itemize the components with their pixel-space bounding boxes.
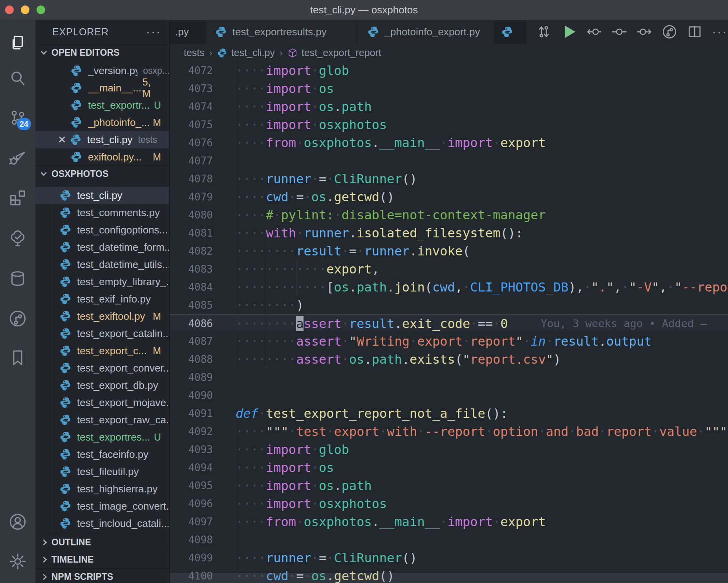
tree-item[interactable]: test_highsierra.py (35, 480, 170, 497)
tab-pinned-active[interactable] (494, 20, 526, 44)
breadcrumb-folder[interactable]: tests (184, 47, 205, 58)
code-line-4074[interactable]: 4074····import·os.path (170, 98, 728, 116)
code-line-4086[interactable]: 4086········assert·result.exit_code·==·0… (170, 314, 728, 332)
code-line-4098[interactable]: 4098 (170, 531, 728, 549)
tree-item[interactable]: test_configoptions.... (35, 221, 170, 239)
tree-item[interactable]: test_empty_library_... (35, 273, 170, 290)
split-editor-icon[interactable] (686, 24, 703, 40)
code-line-4089[interactable]: 4089 (170, 368, 728, 386)
code-line-4097[interactable]: 4097····from·osxphotos.__main__·import·e… (170, 513, 728, 531)
tab-partial[interactable]: .py (170, 20, 206, 44)
tree-item[interactable]: test_incloud_catali... (35, 515, 170, 532)
code-line-4081[interactable]: 4081····with·runner.isolated_filesystem(… (170, 224, 728, 242)
code-line-4093[interactable]: 4093····import·glob (170, 441, 728, 459)
tree-item[interactable]: test_datetime_utils.... (35, 256, 170, 273)
line-number: 4074 (170, 98, 213, 116)
search-icon[interactable] (7, 67, 29, 89)
tree-item[interactable]: test_comments.py (35, 204, 170, 221)
code-line-4084[interactable]: 4084············[os.path.join(cwd,·CLI_P… (170, 278, 728, 296)
code-line-4078[interactable]: 4078····runner·=·CliRunner() (170, 170, 728, 188)
open-editor-item[interactable]: test_exportr...U (35, 97, 170, 114)
python-icon (60, 224, 71, 236)
code-line-4085[interactable]: 4085········) (170, 296, 728, 314)
gitlens-circle-icon[interactable] (661, 24, 678, 40)
python-icon (60, 448, 71, 460)
section-npm-scripts[interactable]: NPM SCRIPTS (35, 568, 170, 583)
tree-item[interactable]: test_exif_info.py (35, 290, 170, 308)
explorer-more-actions-icon[interactable]: ··· (146, 25, 161, 38)
account-icon[interactable] (7, 511, 29, 533)
code-line-4072[interactable]: 4072····import·glob (170, 62, 728, 80)
code-editor[interactable]: 4072····import·glob4073····import·os4074… (170, 62, 728, 583)
breadcrumb-file[interactable]: test_cli.py (231, 47, 275, 58)
open-editor-item[interactable]: exiftool.py...M (35, 148, 170, 166)
more-actions-icon[interactable]: ··· (712, 24, 728, 40)
tree-item[interactable]: test_cli.py (35, 187, 170, 204)
code-line-4079[interactable]: 4079····cwd·=·os.getcwd() (170, 188, 728, 206)
breadcrumb-symbol[interactable]: test_export_report (302, 47, 381, 58)
section-osxphotos[interactable]: OSXPHOTOS (35, 165, 170, 182)
tree-item[interactable]: test_faceinfo.py (35, 446, 170, 463)
tree-item[interactable]: test_datetime_form... (35, 239, 170, 256)
database-icon[interactable] (7, 268, 29, 290)
source-control-icon[interactable]: 24 (7, 107, 29, 129)
close-window-button[interactable] (5, 5, 14, 14)
maximize-window-button[interactable] (37, 5, 45, 14)
tree-item[interactable]: test_exportres...U (35, 428, 170, 446)
tab-test_exportresults.py[interactable]: test_exportresults.py (206, 20, 358, 44)
tree-item[interactable]: test_export_conver... (35, 359, 170, 377)
compare-changes-icon[interactable] (536, 24, 552, 40)
section-outline[interactable]: OUTLINE (35, 534, 170, 551)
code-line-4099[interactable]: 4099····runner·=·CliRunner() (170, 549, 728, 567)
code-line-4088[interactable]: 4088········assert·os.path.exists("repor… (170, 350, 728, 368)
open-editor-item[interactable]: __main__....5, M (35, 79, 170, 97)
tree-item[interactable]: test_export_c...M (35, 342, 170, 359)
open-editor-item[interactable]: _photoinfo_...M (35, 114, 170, 131)
code-line-4082[interactable]: 4082········result·=·runner.invoke( (170, 242, 728, 260)
open-changes-icon[interactable] (611, 24, 627, 40)
run-debug-icon[interactable] (7, 146, 29, 168)
line-number: 4099 (170, 549, 213, 567)
next-change-icon[interactable] (636, 24, 653, 40)
open-editor-item[interactable]: ✕ test_cli.pytests (35, 131, 170, 148)
tree-item[interactable]: test_export_catalin... (35, 325, 170, 342)
code-line-4075[interactable]: 4075····import·osxphotos (170, 116, 728, 134)
files-icon[interactable] (7, 32, 29, 54)
tree-item[interactable]: test_fileutil.py (35, 463, 170, 480)
code-line-4073[interactable]: 4073····import·os (170, 80, 728, 98)
tree-item[interactable]: test_export_raw_ca... (35, 411, 170, 428)
section-timeline[interactable]: TIMELINE (35, 551, 170, 568)
code-line-4092[interactable]: 4092····"""·test·export·with·--report·op… (170, 423, 728, 441)
code-line-4095[interactable]: 4095····import·os.path (170, 477, 728, 495)
tree-item[interactable]: test_image_convert... (35, 497, 170, 515)
tree-item[interactable]: test_export_mojave... (35, 394, 170, 411)
tab-_photoinfo_export.py[interactable]: _photoinfo_export.py (358, 20, 494, 44)
code-line-4077[interactable]: 4077 (170, 152, 728, 170)
bookmark-icon[interactable] (7, 347, 29, 369)
file-description: tests (138, 135, 157, 145)
horizontal-scrollbar[interactable] (170, 573, 728, 583)
code-line-4087[interactable]: 4087········assert·"Writing·export·repor… (170, 332, 728, 350)
code-line-4083[interactable]: 4083············export, (170, 260, 728, 278)
gitlens-icon[interactable] (7, 308, 29, 330)
tree-item[interactable]: test_export_db.py (35, 377, 170, 394)
code-text: ····import·os.path (236, 98, 372, 116)
section-open-editors[interactable]: OPEN EDITORS (35, 44, 170, 61)
code-line-4076[interactable]: 4076····from·osxphotos.__main__·import·e… (170, 134, 728, 152)
extensions-icon[interactable] (7, 186, 29, 208)
test-tree-icon[interactable] (7, 227, 29, 249)
code-line-4090[interactable]: 4090 (170, 386, 728, 404)
file-name: test_configoptions.... (77, 224, 170, 236)
run-icon[interactable] (561, 24, 577, 40)
tree-item[interactable]: test_exiftool.pyM (35, 308, 170, 325)
minimize-window-button[interactable] (21, 5, 29, 14)
code-text: ····#·pylint:·disable=not-context-manage… (236, 206, 546, 224)
python-icon (60, 345, 71, 357)
code-line-4094[interactable]: 4094····import·os (170, 459, 728, 477)
code-line-4080[interactable]: 4080····#·pylint:·disable=not-context-ma… (170, 206, 728, 224)
settings-gear-icon[interactable] (7, 550, 29, 572)
code-line-4091[interactable]: 4091def·test_export_report_not_a_file(): (170, 404, 728, 423)
close-icon[interactable]: ✕ (54, 134, 70, 146)
previous-change-icon[interactable] (586, 24, 602, 40)
code-line-4096[interactable]: 4096····import·osxphotos (170, 495, 728, 513)
